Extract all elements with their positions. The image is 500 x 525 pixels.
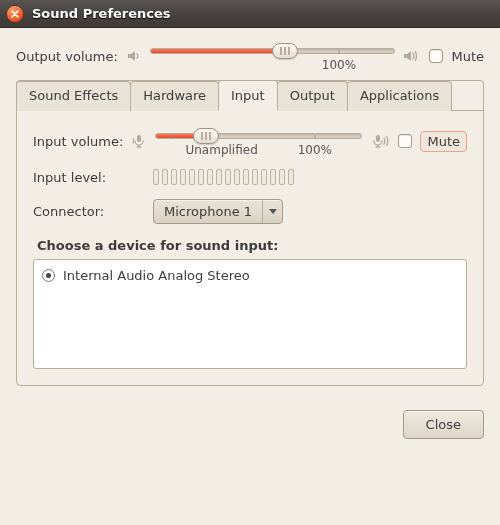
connector-label: Connector: [33,204,145,219]
microphone-low-icon [131,133,147,149]
input-level-label: Input level: [33,170,145,185]
device-list[interactable]: Internal Audio Analog Stereo [33,259,467,369]
window-title: Sound Preferences [32,6,171,21]
tab-applications[interactable]: Applications [347,81,452,111]
output-mute-checkbox[interactable] [429,49,443,63]
device-radio[interactable] [42,269,55,282]
speaker-low-icon [126,48,142,64]
dialog-footer: Close [0,398,500,451]
input-tick-right: 100% [298,143,332,157]
connector-value: Microphone 1 [154,200,262,223]
window-titlebar: Sound Preferences [0,0,500,28]
tab-hardware[interactable]: Hardware [130,81,219,111]
output-volume-tick-label: 100% [322,58,356,72]
input-level-meter [153,169,294,185]
tab-output[interactable]: Output [277,81,348,111]
device-label: Internal Audio Analog Stereo [63,268,250,283]
device-item[interactable]: Internal Audio Analog Stereo [40,266,460,285]
tab-container: Sound Effects Hardware Input Output Appl… [16,80,484,386]
input-volume-slider[interactable]: Unamplified 100% [155,127,362,155]
input-tick-left: Unamplified [185,143,257,157]
tab-body-input: Input volume: Unamplified 100% [17,110,483,385]
tab-input[interactable]: Input [218,80,278,111]
output-volume-label: Output volume: [16,49,118,64]
window-close-button[interactable] [6,5,24,23]
connector-dropdown[interactable]: Microphone 1 [153,199,283,224]
output-volume-row: Output volume: 100% Mute [16,42,484,70]
chevron-down-icon [262,200,282,223]
close-icon [11,10,19,18]
input-volume-row: Input volume: Unamplified 100% [33,127,467,155]
device-heading: Choose a device for sound input: [37,238,467,253]
close-button[interactable]: Close [403,410,484,439]
svg-rect-1 [376,135,380,142]
microphone-high-icon [370,133,390,149]
output-mute-label: Mute [451,49,484,64]
svg-rect-0 [137,135,141,142]
input-volume-label: Input volume: [33,134,123,149]
tab-sound-effects[interactable]: Sound Effects [16,81,131,111]
speaker-high-icon [403,48,421,64]
input-mute-checkbox[interactable] [398,134,412,148]
input-mute-label: Mute [420,131,467,152]
output-volume-slider[interactable]: 100% [150,42,396,70]
tab-headers: Sound Effects Hardware Input Output Appl… [16,80,483,110]
